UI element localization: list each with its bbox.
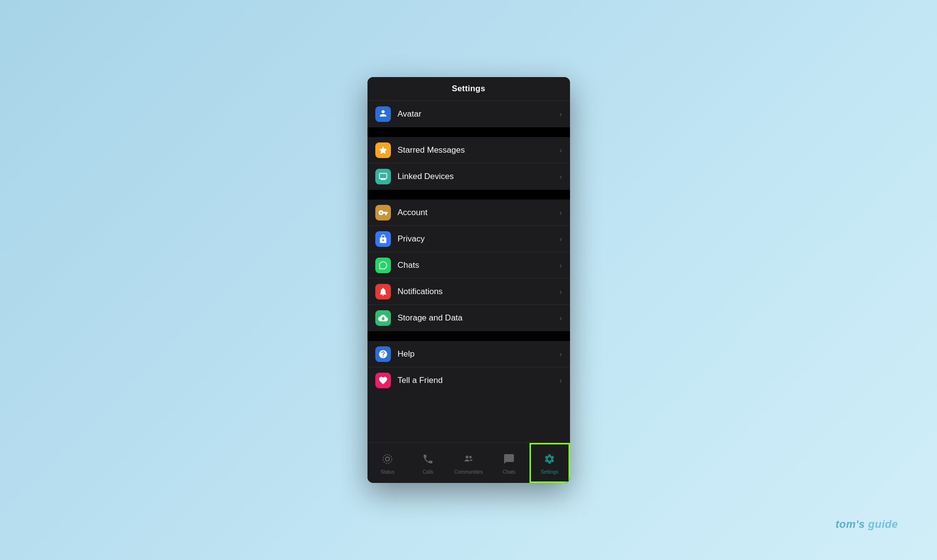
tab-bar: Status Calls Communities	[367, 442, 570, 483]
heart-icon	[375, 373, 391, 388]
notifications-icon	[375, 284, 391, 300]
tab-status[interactable]: Status	[367, 443, 408, 483]
linked-devices-label: Linked Devices	[398, 172, 560, 181]
tab-communities[interactable]: Communities	[448, 443, 489, 483]
status-tab-label: Status	[381, 469, 394, 475]
section-starred: Starred Messages › Linked Devices ›	[367, 137, 570, 190]
section-avatar: Avatar ›	[367, 101, 570, 127]
help-row[interactable]: Help ›	[367, 341, 570, 367]
help-label: Help	[398, 349, 560, 359]
settings-tab-label: Settings	[541, 469, 558, 475]
tab-settings[interactable]: Settings	[530, 443, 570, 483]
linked-chevron: ›	[560, 173, 562, 180]
privacy-icon	[375, 231, 391, 247]
tab-chats[interactable]: Chats	[489, 443, 530, 483]
chats-tab-icon	[503, 453, 515, 468]
tell-friend-chevron: ›	[560, 377, 562, 384]
help-icon	[375, 346, 391, 362]
account-label: Account	[398, 208, 560, 218]
svg-point-0	[386, 457, 389, 461]
calls-tab-icon	[422, 453, 434, 468]
chats-row[interactable]: Chats ›	[367, 252, 570, 279]
settings-list: Avatar › Starred Messages ›	[367, 101, 570, 442]
tab-calls[interactable]: Calls	[408, 443, 448, 483]
tell-friend-row[interactable]: Tell a Friend ›	[367, 367, 570, 394]
divider-3	[367, 331, 570, 341]
storage-data-label: Storage and Data	[398, 313, 560, 323]
notifications-chevron: ›	[560, 288, 562, 296]
svg-point-3	[469, 456, 472, 459]
bottom-spacer	[367, 394, 570, 442]
section-help: Help › Tell a Friend ›	[367, 341, 570, 394]
avatar-icon	[375, 106, 391, 122]
chats-chevron: ›	[560, 261, 562, 269]
avatar-row[interactable]: Avatar ›	[367, 101, 570, 127]
account-row[interactable]: Account ›	[367, 200, 570, 226]
section-account: Account › Privacy › Chats	[367, 200, 570, 331]
starred-messages-row[interactable]: Starred Messages ›	[367, 137, 570, 163]
communities-tab-icon	[463, 453, 474, 468]
key-icon	[375, 205, 391, 220]
notifications-label: Notifications	[398, 287, 560, 297]
chats-label: Chats	[398, 260, 560, 270]
svg-point-2	[466, 456, 468, 459]
account-chevron: ›	[560, 209, 562, 217]
starred-chevron: ›	[560, 146, 562, 154]
notifications-row[interactable]: Notifications ›	[367, 279, 570, 305]
avatar-label: Avatar	[398, 109, 560, 119]
avatar-chevron: ›	[560, 110, 562, 118]
divider-2	[367, 190, 570, 200]
svg-point-1	[383, 455, 392, 463]
starred-messages-label: Starred Messages	[398, 145, 560, 155]
help-chevron: ›	[560, 350, 562, 358]
settings-header: Settings	[367, 77, 570, 101]
star-icon	[375, 142, 391, 158]
settings-tab-icon	[544, 453, 555, 468]
storage-chevron: ›	[560, 314, 562, 322]
phone-screen: Settings Avatar ›	[367, 77, 570, 483]
status-tab-icon	[382, 453, 393, 468]
settings-title: Settings	[452, 84, 486, 93]
privacy-label: Privacy	[398, 234, 560, 244]
divider-1	[367, 127, 570, 137]
tell-friend-label: Tell a Friend	[398, 376, 560, 385]
communities-tab-label: Communities	[454, 469, 483, 475]
linked-icon	[375, 169, 391, 184]
watermark: tom's guide	[835, 518, 898, 531]
linked-devices-row[interactable]: Linked Devices ›	[367, 163, 570, 190]
chats-icon	[375, 258, 391, 273]
privacy-chevron: ›	[560, 235, 562, 243]
storage-icon	[375, 310, 391, 326]
privacy-row[interactable]: Privacy ›	[367, 226, 570, 252]
chats-tab-label: Chats	[503, 469, 515, 475]
storage-data-row[interactable]: Storage and Data ›	[367, 305, 570, 331]
calls-tab-label: Calls	[423, 469, 433, 475]
